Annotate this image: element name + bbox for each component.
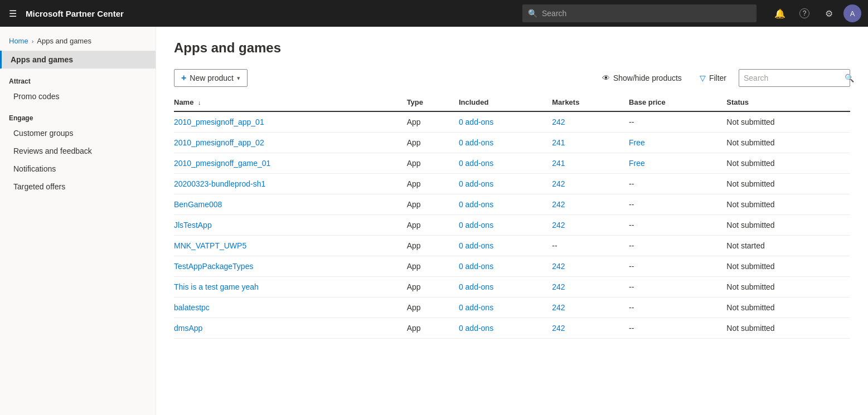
table-row: dmsApp App 0 add-ons 242 -- Not submitte… bbox=[174, 318, 850, 339]
cell-name[interactable]: MNK_VATPT_UWP5 bbox=[174, 236, 407, 256]
cell-markets[interactable]: 241 bbox=[552, 133, 629, 153]
global-search-box[interactable]: 🔍 bbox=[522, 4, 757, 22]
table-search-box[interactable]: 🔍 bbox=[739, 69, 850, 87]
cell-name[interactable]: JlsTestApp bbox=[174, 215, 407, 236]
cell-markets[interactable]: 242 bbox=[552, 277, 629, 297]
col-header-status: Status bbox=[726, 94, 850, 111]
col-header-name[interactable]: Name ↓ bbox=[174, 94, 407, 111]
cell-base-price: -- bbox=[629, 236, 726, 256]
table-row: 2010_pmesignoff_game_01 App 0 add-ons 24… bbox=[174, 153, 850, 174]
sidebar-item-notifications[interactable]: Notifications bbox=[0, 160, 156, 178]
cell-markets[interactable]: 242 bbox=[552, 215, 629, 236]
product-name-link[interactable]: 2010_pmesignoff_app_01 bbox=[174, 118, 264, 126]
global-search-input[interactable] bbox=[542, 9, 751, 18]
table-search-input[interactable] bbox=[744, 74, 841, 82]
markets-link[interactable]: 241 bbox=[552, 159, 565, 168]
addons-link[interactable]: 0 add-ons bbox=[459, 241, 493, 250]
markets-link[interactable]: 242 bbox=[552, 303, 565, 312]
cell-markets[interactable]: 242 bbox=[552, 256, 629, 277]
cell-name[interactable]: 2010_pmesignoff_game_01 bbox=[174, 153, 407, 174]
cell-name[interactable]: dmsApp bbox=[174, 318, 407, 339]
cell-included[interactable]: 0 add-ons bbox=[459, 153, 552, 174]
price-link[interactable]: Free bbox=[629, 159, 645, 168]
markets-link[interactable]: 242 bbox=[552, 324, 565, 333]
sidebar-item-targeted-offers[interactable]: Targeted offers bbox=[0, 178, 156, 196]
table-row: JlsTestApp App 0 add-ons 242 -- Not subm… bbox=[174, 215, 850, 236]
addons-link[interactable]: 0 add-ons bbox=[459, 159, 493, 168]
cell-included[interactable]: 0 add-ons bbox=[459, 236, 552, 256]
cell-included[interactable]: 0 add-ons bbox=[459, 277, 552, 297]
addons-link[interactable]: 0 add-ons bbox=[459, 118, 493, 126]
col-header-base-price: Base price bbox=[629, 94, 726, 111]
product-name-link[interactable]: dmsApp bbox=[174, 324, 202, 333]
markets-link[interactable]: 242 bbox=[552, 221, 565, 230]
product-name-link[interactable]: 20200323-bundleprod-sh1 bbox=[174, 179, 265, 188]
cell-included[interactable]: 0 add-ons bbox=[459, 133, 552, 153]
addons-link[interactable]: 0 add-ons bbox=[459, 282, 493, 291]
filter-button[interactable]: ▽ Filter bbox=[694, 70, 732, 86]
markets-link[interactable]: 242 bbox=[552, 179, 565, 188]
cell-type: App bbox=[407, 194, 459, 215]
product-name-link[interactable]: 2010_pmesignoff_game_01 bbox=[174, 159, 270, 168]
sidebar-item-reviews-feedback[interactable]: Reviews and feedback bbox=[0, 142, 156, 160]
cell-name[interactable]: TestAppPackageTypes bbox=[174, 256, 407, 277]
addons-link[interactable]: 0 add-ons bbox=[459, 179, 493, 188]
cell-markets[interactable]: 242 bbox=[552, 297, 629, 318]
addons-link[interactable]: 0 add-ons bbox=[459, 324, 493, 333]
addons-link[interactable]: 0 add-ons bbox=[459, 303, 493, 312]
hamburger-button[interactable]: ☰ bbox=[7, 6, 19, 21]
sidebar-item-customer-groups[interactable]: Customer groups bbox=[0, 124, 156, 142]
price-link[interactable]: Free bbox=[629, 138, 645, 147]
cell-markets[interactable]: 242 bbox=[552, 194, 629, 215]
show-hide-products-button[interactable]: 👁 Show/hide products bbox=[597, 70, 687, 86]
cell-included[interactable]: 0 add-ons bbox=[459, 215, 552, 236]
cell-included[interactable]: 0 add-ons bbox=[459, 111, 552, 133]
cell-included[interactable]: 0 add-ons bbox=[459, 174, 552, 194]
product-name-link[interactable]: balatestpc bbox=[174, 303, 210, 312]
cell-name[interactable]: BenGame008 bbox=[174, 194, 407, 215]
cell-included[interactable]: 0 add-ons bbox=[459, 297, 552, 318]
product-name-link[interactable]: 2010_pmesignoff_app_02 bbox=[174, 138, 264, 147]
avatar-initials: A bbox=[850, 9, 855, 18]
cell-included[interactable]: 0 add-ons bbox=[459, 318, 552, 339]
addons-link[interactable]: 0 add-ons bbox=[459, 200, 493, 209]
new-product-button[interactable]: + New product ▾ bbox=[174, 69, 248, 87]
product-name-link[interactable]: JlsTestApp bbox=[174, 221, 212, 230]
markets-link[interactable]: 242 bbox=[552, 262, 565, 271]
markets-link[interactable]: 242 bbox=[552, 282, 565, 291]
cell-name[interactable]: 2010_pmesignoff_app_02 bbox=[174, 133, 407, 153]
addons-link[interactable]: 0 add-ons bbox=[459, 138, 493, 147]
settings-button[interactable]: ⚙ bbox=[819, 3, 839, 23]
cell-base-price[interactable]: Free bbox=[629, 153, 726, 174]
cell-name[interactable]: This is a test game yeah bbox=[174, 277, 407, 297]
cell-status: Not submitted bbox=[726, 215, 850, 236]
cell-name[interactable]: 2010_pmesignoff_app_01 bbox=[174, 111, 407, 133]
addons-link[interactable]: 0 add-ons bbox=[459, 221, 493, 230]
addons-link[interactable]: 0 add-ons bbox=[459, 262, 493, 271]
sidebar-item-apps-and-games[interactable]: Apps and games bbox=[0, 51, 156, 69]
product-name-link[interactable]: MNK_VATPT_UWP5 bbox=[174, 241, 246, 250]
sort-arrow-name: ↓ bbox=[198, 99, 201, 106]
cell-included[interactable]: 0 add-ons bbox=[459, 256, 552, 277]
cell-markets[interactable]: 241 bbox=[552, 153, 629, 174]
user-avatar[interactable]: A bbox=[843, 4, 861, 22]
help-button[interactable]: ? bbox=[794, 3, 814, 23]
product-name-link[interactable]: TestAppPackageTypes bbox=[174, 262, 253, 271]
cell-name[interactable]: 20200323-bundleprod-sh1 bbox=[174, 174, 407, 194]
breadcrumb-home-link[interactable]: Home bbox=[9, 37, 28, 45]
cell-markets[interactable]: 242 bbox=[552, 318, 629, 339]
markets-link[interactable]: 242 bbox=[552, 118, 565, 126]
markets-link[interactable]: 242 bbox=[552, 200, 565, 209]
cell-base-price[interactable]: Free bbox=[629, 133, 726, 153]
cell-base-price: -- bbox=[629, 215, 726, 236]
product-name-link[interactable]: This is a test game yeah bbox=[174, 282, 259, 291]
cell-markets[interactable]: 242 bbox=[552, 174, 629, 194]
cell-name[interactable]: balatestpc bbox=[174, 297, 407, 318]
sidebar-item-promo-codes[interactable]: Promo codes bbox=[0, 87, 156, 105]
product-name-link[interactable]: BenGame008 bbox=[174, 200, 222, 209]
markets-link[interactable]: 241 bbox=[552, 138, 565, 147]
col-header-type: Type bbox=[407, 94, 459, 111]
cell-included[interactable]: 0 add-ons bbox=[459, 194, 552, 215]
notification-bell-button[interactable]: 🔔 bbox=[770, 3, 790, 23]
cell-markets[interactable]: 242 bbox=[552, 111, 629, 133]
